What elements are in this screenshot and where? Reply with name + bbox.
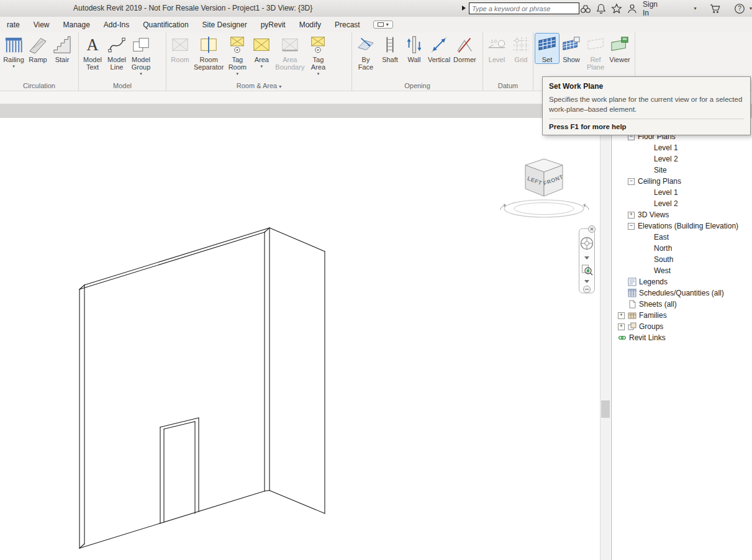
- tree-item-site[interactable]: Site: [612, 165, 752, 176]
- button-tag-area[interactable]: TagArea▾: [306, 34, 330, 76]
- button-label: Area: [255, 56, 269, 63]
- chevron-down-icon[interactable]: ▾: [237, 71, 239, 76]
- by-face-icon: [356, 35, 376, 55]
- tree-item-families[interactable]: +Families: [612, 310, 752, 321]
- button-room-separator[interactable]: RoomSeparator: [193, 34, 225, 71]
- tab-view[interactable]: View: [27, 18, 57, 32]
- tree-item-schedules-quantities-all[interactable]: Schedules/Quantities (all): [612, 287, 752, 299]
- button-label: Room: [171, 56, 189, 63]
- chevron-down-icon[interactable]: ▾: [261, 64, 263, 68]
- button-label: ModelLine: [107, 56, 126, 71]
- tab-rate[interactable]: rate: [0, 18, 27, 32]
- viewcube[interactable]: LEFT FRONT: [496, 150, 595, 222]
- search-binoculars-icon[interactable]: [580, 3, 591, 14]
- button-stair[interactable]: Stair: [50, 34, 74, 63]
- tree-item-label: North: [654, 244, 672, 253]
- help-icon[interactable]: ?: [734, 3, 745, 14]
- expand-plus-icon[interactable]: +: [628, 212, 635, 219]
- tab-precast[interactable]: Precast: [328, 18, 367, 32]
- help-dropdown-icon[interactable]: ▾: [750, 6, 752, 11]
- tab-add-ins[interactable]: Add-Ins: [97, 18, 136, 32]
- ribbon-group-label: Model: [79, 81, 166, 91]
- navbar-collapse-icon[interactable]: [584, 286, 591, 293]
- title-bar: Autodesk Revit 2019 - Not For Resale Ver…: [0, 0, 752, 17]
- window-title: Autodesk Revit 2019 - Not For Resale Ver…: [73, 4, 312, 12]
- collapse-minus-icon[interactable]: −: [628, 178, 635, 185]
- tree-item-level-1[interactable]: Level 1: [612, 187, 752, 198]
- button-dormer[interactable]: Dormer: [452, 34, 478, 63]
- button-label: Grid: [515, 56, 528, 63]
- ribbon-tabs: rateViewManageAdd-InsQuantificationSite …: [0, 17, 752, 32]
- sign-in-dropdown-icon[interactable]: ▾: [694, 6, 696, 11]
- tab-pyrevit[interactable]: pyRevit: [254, 18, 292, 32]
- tree-item-label: West: [654, 266, 671, 275]
- collapse-minus-icon[interactable]: −: [628, 223, 635, 230]
- button-tag-room[interactable]: TagRoom▾: [225, 34, 249, 76]
- button-ramp[interactable]: Ramp: [26, 34, 50, 63]
- communication-center-icon[interactable]: [596, 3, 607, 14]
- expand-plus-icon[interactable]: +: [618, 312, 625, 319]
- steering-wheel-button[interactable]: [581, 238, 593, 250]
- favorites-star-icon[interactable]: [611, 3, 622, 14]
- tree-item-3d-views[interactable]: +3D Views: [612, 209, 752, 220]
- grid-icon: [511, 35, 531, 55]
- cart-icon[interactable]: [710, 3, 721, 14]
- tree-item-ceiling-plans[interactable]: −Ceiling Plans: [612, 176, 752, 187]
- tree-item-elevations-building-elevation[interactable]: −Elevations (Building Elevation): [612, 220, 752, 232]
- ribbon-group-label: Opening: [352, 81, 482, 91]
- button-by-face[interactable]: ByFace: [354, 34, 378, 71]
- navbar-close-icon[interactable]: [589, 226, 596, 233]
- scrollbar-thumb[interactable]: [601, 400, 610, 418]
- help-search-input[interactable]: [469, 2, 579, 14]
- tab-manage[interactable]: Manage: [56, 18, 96, 32]
- button-show[interactable]: Show: [559, 34, 583, 63]
- button-label: AreaBoundary: [275, 56, 304, 71]
- button-area[interactable]: Area▾: [250, 34, 273, 68]
- button-vertical[interactable]: Vertical: [427, 34, 451, 63]
- tree-item-revit-links[interactable]: Revit Links: [612, 332, 752, 343]
- tree-item-south[interactable]: South: [612, 254, 752, 265]
- tree-item-groups[interactable]: +Groups: [612, 321, 752, 332]
- button-shaft[interactable]: Shaft: [378, 34, 402, 63]
- tree-item-east[interactable]: East: [612, 232, 752, 243]
- tree-item-label: East: [654, 233, 669, 242]
- tree-item-legends[interactable]: Legends: [612, 276, 752, 287]
- search-collapse-icon[interactable]: [462, 6, 466, 11]
- button-grid: Grid: [509, 34, 533, 63]
- tree-item-west[interactable]: West: [612, 265, 752, 276]
- button-label: Stair: [55, 56, 70, 63]
- tree-item-label: Sheets (all): [639, 300, 677, 309]
- canvas-vertical-scrollbar[interactable]: [600, 118, 610, 560]
- drawing-area[interactable]: LEFT FRONT: [0, 118, 600, 560]
- navigation-bar[interactable]: [578, 225, 597, 297]
- chevron-down-icon[interactable]: ▾: [12, 64, 15, 68]
- expand-plus-icon[interactable]: +: [618, 323, 625, 330]
- button-room: Room: [168, 34, 192, 63]
- ribbon-group-circulation: Railing▾RampStairCirculation: [0, 32, 79, 91]
- sign-in-button[interactable]: Sign In: [643, 0, 664, 17]
- tree-item-north[interactable]: North: [612, 243, 752, 254]
- tab-quantification[interactable]: Quantification: [136, 18, 195, 32]
- tree-item-level-2[interactable]: Level 2: [612, 198, 752, 209]
- tree-item-level-2[interactable]: Level 2: [612, 153, 752, 165]
- button-wall[interactable]: Wall: [402, 34, 426, 63]
- button-viewer[interactable]: Viewer: [608, 34, 632, 63]
- chevron-down-icon[interactable]: ▾: [140, 71, 142, 76]
- button-set[interactable]: Set: [535, 34, 559, 63]
- button-model-line[interactable]: ModelLine: [105, 34, 129, 71]
- tab-modify[interactable]: Modify: [292, 18, 328, 32]
- button-label: ModelText: [83, 56, 102, 71]
- button-model-group[interactable]: ModelGroup▾: [129, 34, 153, 76]
- tree-item-level-1[interactable]: Level 1: [612, 142, 752, 153]
- button-label: RefPlane: [587, 56, 604, 71]
- button-label: Dormer: [453, 56, 476, 63]
- svg-text:?: ?: [738, 5, 741, 12]
- panel-menu-caret-icon[interactable]: ▾: [279, 84, 281, 89]
- chevron-down-icon[interactable]: ▾: [317, 71, 320, 76]
- tooltip-title: Set Work Plane: [549, 82, 744, 91]
- button-railing[interactable]: Railing▾: [2, 34, 25, 68]
- tree-item-sheets-all[interactable]: Sheets (all): [612, 299, 752, 310]
- button-model-text[interactable]: AModelText: [81, 34, 104, 71]
- ribbon-collapse-button[interactable]: ▾: [373, 20, 393, 29]
- tab-site-designer[interactable]: Site Designer: [196, 18, 254, 32]
